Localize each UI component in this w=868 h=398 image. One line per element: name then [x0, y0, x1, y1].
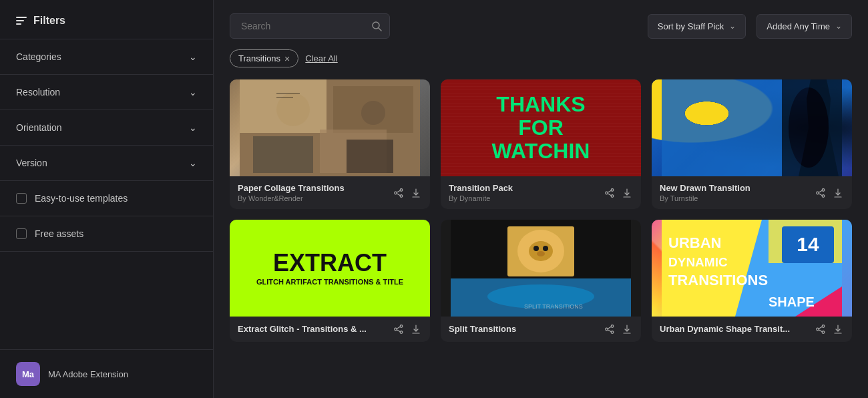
svg-point-49	[543, 246, 548, 251]
card-meta: Split Transitions	[449, 324, 604, 335]
svg-point-14	[395, 192, 397, 194]
svg-point-32	[817, 192, 819, 194]
share-button[interactable]	[393, 323, 405, 335]
card-thumbnail: THANKSFORWATCHIN	[441, 79, 641, 176]
filter-section-resolution[interactable]: Resolution ⌄	[0, 75, 213, 110]
card-thumbnail: EXTRACT GLITCH ARTIFACT TRANSITIONS & TI…	[230, 220, 430, 317]
sidebar-header: Filters	[0, 0, 213, 39]
search-input[interactable]	[230, 13, 390, 39]
card-meta: Transition Pack By Dynamite	[449, 183, 604, 202]
thumb-subtext: GLITCH ARTIFACT TRANSITIONS & TITLE	[256, 278, 403, 286]
card-meta: Extract Glitch - Transitions & ...	[238, 324, 393, 335]
chevron-down-icon: ⌄	[189, 122, 197, 133]
cards-grid: Paper Collage Transitions By Wonder&Rend…	[230, 79, 852, 342]
card-meta: Paper Collage Transitions By Wonder&Rend…	[238, 183, 393, 202]
table-row[interactable]: EXTRACT GLITCH ARTIFACT TRANSITIONS & TI…	[230, 220, 430, 342]
main-content: Sort by Staff Pick ⌄ Added Any Time ⌄ Tr…	[214, 0, 868, 398]
svg-point-72	[822, 331, 825, 334]
share-button[interactable]	[393, 187, 405, 199]
easy-templates-checkbox[interactable]	[16, 193, 27, 204]
filter-tags-row: Transitions × Clear All	[230, 49, 852, 67]
ma-extension-footer[interactable]: Ma MA Adobe Extension	[0, 349, 213, 398]
time-dropdown[interactable]: Added Any Time ⌄	[756, 14, 852, 39]
download-button[interactable]	[621, 323, 633, 335]
easy-templates-label: Easy-to-use templates	[35, 193, 128, 204]
close-icon[interactable]: ×	[284, 54, 290, 63]
card-thumbnail	[652, 79, 852, 176]
tag-label: Transitions	[238, 53, 280, 63]
table-row[interactable]: URBAN DYNAMIC TRANSITIONS 14 SHAPE Urban…	[652, 220, 852, 342]
download-button[interactable]	[832, 323, 844, 335]
free-assets-label: Free assets	[35, 228, 83, 239]
table-row[interactable]: SPLIT TRANSITIONS Split Transitions	[441, 220, 641, 342]
card-info: Extract Glitch - Transitions & ...	[230, 317, 430, 342]
card-actions	[604, 187, 633, 199]
sidebar-title: Filters	[33, 15, 65, 27]
svg-line-15	[397, 190, 400, 192]
card-info: Urban Dynamic Shape Transit...	[652, 317, 852, 342]
table-row[interactable]: New Drawn Transition By Turnstile	[652, 79, 852, 209]
search-box	[230, 13, 390, 39]
svg-point-54	[611, 325, 614, 328]
svg-line-57	[608, 327, 611, 329]
transitions-tag[interactable]: Transitions ×	[230, 49, 298, 67]
card-actions	[815, 187, 844, 199]
orientation-label: Orientation	[16, 122, 61, 133]
svg-text:SPLIT TRANSITIONS: SPLIT TRANSITIONS	[524, 303, 583, 310]
download-button[interactable]	[621, 187, 633, 199]
svg-point-55	[611, 331, 614, 334]
sort-label: Sort by Staff Pick	[658, 21, 724, 31]
share-button[interactable]	[815, 187, 827, 199]
svg-point-21	[606, 192, 608, 194]
table-row[interactable]: Paper Collage Transitions By Wonder&Rend…	[230, 79, 430, 209]
svg-text:14: 14	[797, 233, 819, 255]
chevron-down-icon: ⌄	[189, 87, 197, 97]
card-thumbnail	[230, 79, 430, 176]
svg-rect-10	[276, 93, 300, 94]
card-info: Split Transitions	[441, 317, 641, 342]
svg-point-38	[400, 331, 403, 334]
card-thumbnail: URBAN DYNAMIC TRANSITIONS 14 SHAPE	[652, 220, 852, 317]
download-button[interactable]	[410, 323, 422, 335]
share-button[interactable]	[815, 323, 827, 335]
download-button[interactable]	[832, 187, 844, 199]
svg-point-37	[400, 325, 403, 328]
svg-point-9	[361, 101, 385, 125]
svg-line-74	[819, 327, 822, 329]
card-title: Paper Collage Transitions	[238, 183, 393, 193]
filter-section-orientation[interactable]: Orientation ⌄	[0, 110, 213, 146]
svg-line-23	[608, 193, 611, 195]
card-meta: New Drawn Transition By Turnstile	[660, 183, 815, 202]
svg-line-75	[819, 330, 822, 332]
svg-rect-5	[253, 136, 313, 173]
card-actions	[393, 187, 422, 199]
sidebar: Filters Categories ⌄ Resolution ⌄ Orient…	[0, 0, 214, 398]
card-info: New Drawn Transition By Turnstile	[652, 176, 852, 209]
thumb-text: EXTRACT	[273, 251, 387, 275]
svg-line-16	[397, 193, 400, 195]
easy-templates-section[interactable]: Easy-to-use templates	[0, 181, 213, 216]
clear-all-button[interactable]: Clear All	[305, 53, 337, 63]
card-title: New Drawn Transition	[660, 183, 815, 193]
share-button[interactable]	[604, 187, 616, 199]
free-assets-checkbox[interactable]	[16, 228, 27, 239]
filter-section-categories[interactable]: Categories ⌄	[0, 39, 213, 75]
svg-point-31	[822, 194, 825, 197]
time-label: Added Any Time	[767, 21, 830, 31]
card-actions	[604, 323, 633, 335]
table-row[interactable]: THANKSFORWATCHIN Transition Pack By Dyna…	[441, 79, 641, 209]
svg-rect-11	[276, 97, 293, 98]
download-button[interactable]	[410, 187, 422, 199]
filter-icon[interactable]	[16, 17, 27, 25]
chevron-down-icon: ⌄	[729, 21, 736, 31]
filter-section-version[interactable]: Version ⌄	[0, 146, 213, 181]
card-title: Transition Pack	[449, 183, 604, 193]
avatar: Ma	[16, 362, 40, 386]
sort-dropdown[interactable]: Sort by Staff Pick ⌄	[648, 14, 746, 39]
resolution-label: Resolution	[16, 87, 60, 97]
card-author: By Dynamite	[449, 194, 604, 202]
free-assets-section[interactable]: Free assets	[0, 216, 213, 252]
card-meta: Urban Dynamic Shape Transit...	[660, 324, 815, 335]
card-author: By Turnstile	[660, 194, 815, 202]
share-button[interactable]	[604, 323, 616, 335]
